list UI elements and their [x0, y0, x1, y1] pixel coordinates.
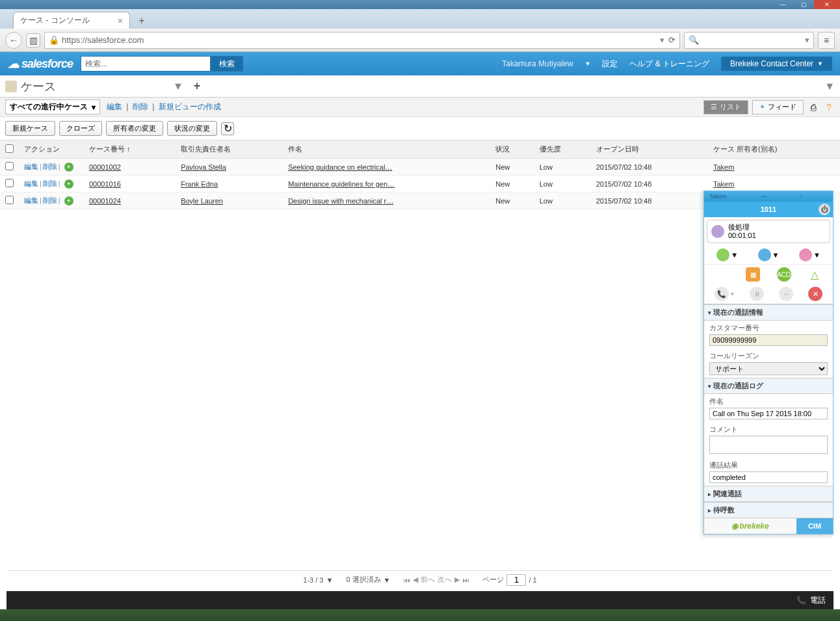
nav-help-link[interactable]: ヘルプ & トレーニング: [629, 59, 709, 70]
new-view-link[interactable]: 新規ビューの作成: [159, 102, 221, 111]
console-add-tab-button[interactable]: +: [194, 79, 201, 93]
col-contact[interactable]: 取引先責任者名: [176, 140, 283, 159]
col-owner[interactable]: ケース 所有者(別名): [708, 140, 840, 159]
app-switcher[interactable]: Brekeke Contact Center ▼: [721, 57, 832, 71]
change-status-button[interactable]: 状況の変更: [167, 121, 217, 136]
col-case-number[interactable]: ケース番号 ↑: [84, 140, 176, 159]
window-maximize-button[interactable]: ▢: [793, 0, 814, 9]
chevron-down-icon[interactable]: ▼: [730, 291, 735, 297]
col-subject[interactable]: 件名: [283, 140, 490, 159]
cti-transfer-icon[interactable]: ↔: [779, 287, 793, 301]
search-engine-dropdown-icon[interactable]: ▾: [805, 35, 809, 45]
cti-call-icon[interactable]: 📞: [715, 287, 729, 301]
subject-link[interactable]: Design issue with mechanical r…: [288, 197, 393, 205]
cti-acd-icon[interactable]: ACD: [777, 267, 791, 282]
cti-expand-icon[interactable]: ▫: [800, 193, 802, 200]
owner-link[interactable]: Takem: [713, 180, 734, 188]
console-tab-cases[interactable]: ケース: [5, 79, 56, 94]
edit-link[interactable]: 編集: [24, 196, 38, 204]
col-opened[interactable]: オープン日時: [591, 140, 708, 159]
phone-label[interactable]: 電話: [810, 595, 826, 606]
row-checkbox[interactable]: [5, 179, 14, 187]
row-checkbox[interactable]: [5, 162, 14, 170]
user-menu[interactable]: Takamura Mutiyalew: [502, 59, 573, 68]
nav-settings-link[interactable]: 設定: [602, 59, 618, 70]
cti-section-call-info[interactable]: 現在の通話情報: [704, 304, 833, 321]
new-tab-button[interactable]: +: [134, 13, 150, 29]
view-mode-feed-button[interactable]: ✦ フィード: [752, 100, 804, 114]
delete-link[interactable]: 削除: [43, 179, 57, 187]
contact-link[interactable]: Frank Edna: [181, 180, 218, 188]
tab-close-icon[interactable]: ×: [118, 16, 123, 26]
browser-tab[interactable]: ケース - コンソール ×: [13, 12, 130, 29]
url-bar[interactable]: 🔒 https://salesforce.com ▾ ⟳: [44, 32, 680, 49]
log-comment-input[interactable]: [709, 436, 828, 454]
print-icon[interactable]: ⎙: [807, 101, 819, 113]
edit-view-link[interactable]: 編集: [107, 102, 122, 111]
help-icon[interactable]: ?: [823, 101, 835, 113]
window-minimize-button[interactable]: —: [772, 0, 793, 9]
brekeke-logo[interactable]: ◉brekeke: [704, 518, 796, 534]
console-right-dropdown-icon[interactable]: ▼: [824, 81, 835, 92]
reload-icon[interactable]: ⟳: [668, 35, 676, 45]
presence-busy-icon[interactable]: [758, 248, 771, 261]
cim-button[interactable]: CIM: [796, 518, 833, 534]
chevron-down-icon[interactable]: ▼: [731, 251, 738, 259]
back-button[interactable]: ←: [5, 32, 22, 49]
select-all-checkbox[interactable]: [5, 144, 14, 153]
subject-link[interactable]: Seeking guidance on electrical…: [288, 163, 392, 171]
close-case-button[interactable]: クローズ: [59, 121, 102, 136]
edit-link[interactable]: 編集: [24, 163, 38, 170]
console-tab-dropdown-icon[interactable]: ▼: [173, 81, 183, 92]
chevron-down-icon[interactable]: ▼: [813, 251, 820, 259]
first-page-icon[interactable]: ⏮: [403, 576, 410, 584]
col-action[interactable]: アクション: [19, 140, 84, 159]
case-number-link[interactable]: 00001016: [89, 180, 121, 188]
site-identity-icon[interactable]: ▥: [26, 33, 40, 47]
chevron-down-icon[interactable]: ▼: [384, 576, 391, 584]
view-mode-list-button[interactable]: ☰ リスト: [703, 100, 748, 114]
delete-link[interactable]: 削除: [43, 163, 57, 170]
case-number-link[interactable]: 00001002: [89, 163, 121, 171]
plus-icon[interactable]: +: [64, 196, 73, 205]
salesforce-logo[interactable]: salesforce: [8, 57, 73, 71]
prev-page-label[interactable]: 前へ: [421, 575, 435, 585]
prev-page-icon[interactable]: ◀: [413, 575, 418, 584]
refresh-button[interactable]: ↻: [221, 122, 234, 135]
cti-dialpad-icon[interactable]: ▦: [746, 267, 760, 282]
col-status[interactable]: 状況: [490, 140, 534, 159]
presence-away-icon[interactable]: [799, 248, 812, 261]
presence-available-icon[interactable]: [716, 248, 729, 261]
change-owner-button[interactable]: 所有者の変更: [106, 121, 163, 136]
owner-link[interactable]: Takem: [713, 163, 734, 171]
global-search-input[interactable]: [81, 56, 211, 72]
table-row[interactable]: 編集|削除|+00001016Frank EdnaMaintenance gui…: [0, 176, 840, 192]
row-checkbox[interactable]: [5, 196, 14, 204]
log-result-input[interactable]: [709, 471, 828, 483]
cti-hold-icon[interactable]: ⏸: [750, 287, 764, 301]
delete-link[interactable]: 削除: [43, 196, 57, 204]
cti-section-waiting-calls[interactable]: 待呼数: [704, 502, 833, 518]
contact-link[interactable]: Pavlova Stella: [181, 163, 226, 171]
plus-icon[interactable]: +: [64, 163, 73, 172]
browser-search-box[interactable]: 🔍 ▾: [684, 32, 814, 49]
last-page-icon[interactable]: ⏭: [462, 576, 469, 584]
window-close-button[interactable]: ✕: [814, 0, 840, 9]
cti-warning-icon[interactable]: △: [807, 267, 822, 282]
page-input[interactable]: [506, 574, 526, 586]
case-number-link[interactable]: 00001024: [89, 197, 121, 205]
subject-link[interactable]: Maintenance guidelines for gen…: [288, 180, 395, 188]
cti-titlebar[interactable]: Takem — ▫: [704, 191, 833, 202]
new-case-button[interactable]: 新規ケース: [5, 121, 55, 136]
cti-hangup-icon[interactable]: ✕: [808, 287, 822, 301]
next-page-icon[interactable]: ▶: [454, 575, 460, 584]
edit-link[interactable]: 編集: [24, 179, 38, 187]
contact-link[interactable]: Boyle Lauren: [181, 197, 223, 205]
browser-menu-button[interactable]: ≡: [818, 32, 835, 49]
delete-view-link[interactable]: 削除: [133, 102, 148, 111]
next-page-label[interactable]: 次へ: [438, 575, 452, 585]
call-reason-select[interactable]: サポート: [709, 362, 828, 375]
cti-agent-status[interactable]: 後処理 00:01:01: [707, 220, 830, 243]
plus-icon[interactable]: +: [64, 179, 73, 189]
col-priority[interactable]: 優先度: [534, 140, 591, 159]
